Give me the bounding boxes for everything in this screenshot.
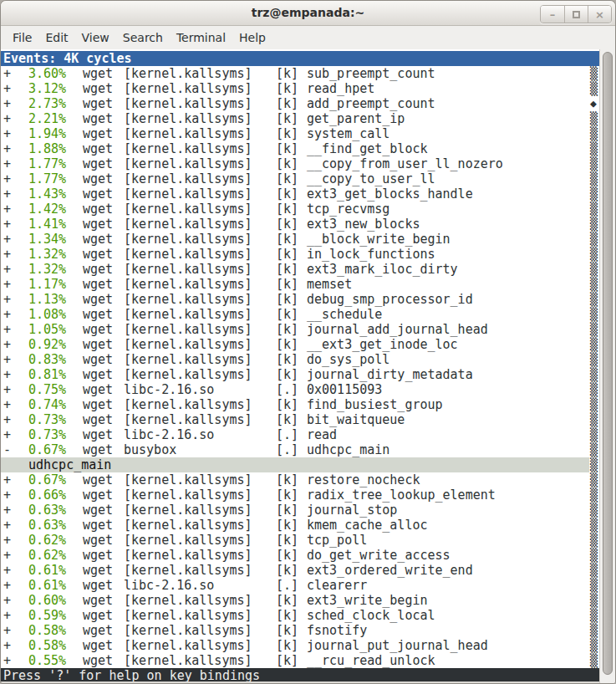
command: wget [83,578,113,593]
maximize-icon [573,11,580,18]
symbol-name: udhcpc_main [307,442,389,457]
menu-help[interactable]: Help [232,28,272,47]
table-row: +1.43%wget[kernel.kallsyms][k]ext3_get_b… [1,186,599,202]
command: wget [83,96,113,111]
symbol-name: ext3_new_blocks [307,217,420,232]
help-hint-bar: Press '?' for help on key bindings [1,668,599,681]
overhead-percent: 2.21% [28,111,66,126]
table-row: +0.58%wget[kernel.kallsyms][k]fsnotify▒ [1,623,599,638]
shade-block-icon: ▒ [590,472,599,487]
command: wget [83,623,113,638]
expand-toggle: + [3,427,11,442]
overhead-percent: 0.74% [28,397,66,412]
close-button[interactable]: × [588,6,611,23]
overhead-percent: 0.61% [28,578,66,593]
shared-object: [kernel.kallsyms] [124,563,252,578]
table-row: +1.13%wget[kernel.kallsyms][k]debug_smp_… [1,292,599,307]
scrollbar-track[interactable] [599,49,615,683]
expand-toggle: + [3,608,11,623]
table-row: -0.67%wgetbusybox[.]udhcpc_main▒ [1,442,599,457]
expand-toggle: + [3,111,11,126]
privilege-level: [k] [276,367,298,382]
table-row: +2.21%wget[kernel.kallsyms][k]get_parent… [1,111,599,126]
privilege-level: [k] [276,217,298,232]
table-row: +0.75%wgetlibc-2.16.so[.]0x00115093▒ [1,382,599,397]
table-row: +1.77%wget[kernel.kallsyms][k]__copy_fro… [1,156,599,171]
menu-search[interactable]: Search [116,28,170,47]
overhead-percent: 1.17% [28,277,66,292]
command: wget [83,217,113,232]
table-row: +3.60%wget[kernel.kallsyms][k]sub_preemp… [1,66,599,81]
maximize-button[interactable] [564,6,588,23]
command: wget [83,472,113,487]
overhead-percent: 0.58% [28,638,66,653]
shade-block-icon: ▒ [590,126,599,141]
privilege-level: [k] [276,397,298,412]
shared-object: [kernel.kallsyms] [124,81,252,96]
perf-events-header: Events: 4K cycles [1,51,599,66]
overhead-percent: 1.08% [28,307,66,322]
shared-object: [kernel.kallsyms] [124,262,252,277]
symbol-name: radix_tree_lookup_element [307,487,496,503]
menu-edit[interactable]: Edit [38,28,74,47]
overhead-percent: 0.67% [28,472,66,487]
table-row: +0.58%wget[kernel.kallsyms][k]journal_pu… [1,638,599,653]
symbol-name: bit_waitqueue [307,412,405,427]
callchain-row: udhcpc_main▒ [1,457,599,472]
shared-object: [kernel.kallsyms] [124,111,252,126]
shade-block-icon: ▒ [590,367,599,382]
expand-toggle: + [3,593,11,608]
expand-toggle: - [3,442,11,457]
expand-toggle: + [3,638,11,653]
expand-toggle: + [3,202,11,217]
symbol-name: do_get_write_access [307,548,451,563]
privilege-level: [k] [276,518,298,533]
table-row: +0.61%wget[kernel.kallsyms][k]ext3_order… [1,563,599,578]
symbol-name: tcp_recvmsg [307,202,389,217]
command: wget [83,66,113,81]
menu-terminal[interactable]: Terminal [170,28,232,47]
overhead-percent: 0.61% [28,563,66,578]
titlebar[interactable]: trz@empanada:~ – × [1,1,615,26]
symbol-name: journal_add_journal_head [307,322,488,337]
scrollbar-thumb[interactable] [603,52,613,675]
symbol-name: journal_dirty_metadata [307,367,473,382]
shared-object: [kernel.kallsyms] [124,292,252,307]
symbol-name: journal_stop [307,503,397,518]
shade-block-icon: ▒ [590,292,599,307]
privilege-level: [k] [276,292,298,307]
table-row: +1.94%wget[kernel.kallsyms][k]system_cal… [1,126,599,141]
command: wget [83,638,113,653]
shade-block-icon: ▒ [590,397,599,412]
table-row: +0.62%wget[kernel.kallsyms][k]do_get_wri… [1,548,599,563]
shared-object: [kernel.kallsyms] [124,322,252,337]
overhead-percent: 0.63% [28,503,66,518]
shade-block-icon: ▒ [590,412,599,427]
menu-file[interactable]: File [6,28,38,47]
shade-block-icon: ▒ [590,277,599,292]
privilege-level: [k] [276,126,298,141]
overhead-percent: 0.83% [28,352,66,367]
menu-view[interactable]: View [75,28,116,47]
shared-object: [kernel.kallsyms] [124,533,252,548]
shade-block-icon: ▒ [590,623,599,638]
symbol-name: fsnotify [307,623,367,638]
overhead-percent: 1.34% [28,232,66,247]
table-row: +1.34%wget[kernel.kallsyms][k]__block_wr… [1,232,599,247]
symbol-name: find_busiest_group [307,397,443,412]
shared-object: [kernel.kallsyms] [124,472,252,487]
overhead-percent: 1.43% [28,186,66,202]
shade-block-icon: ▒ [590,337,599,352]
command: wget [83,111,113,126]
privilege-level: [k] [276,307,298,322]
privilege-level: [k] [276,412,298,427]
overhead-percent: 0.63% [28,518,66,533]
symbol-name: __ext3_get_inode_loc [307,337,458,352]
symbol-name: read_hpet [307,81,374,96]
command: wget [83,337,113,352]
overhead-percent: 1.05% [28,322,66,337]
privilege-level: [.] [276,427,298,442]
minimize-button[interactable]: – [541,6,564,23]
overhead-percent: 3.60% [28,66,66,81]
terminal-screen[interactable]: Events: 4K cycles +3.60%wget[kernel.kall… [1,49,599,681]
